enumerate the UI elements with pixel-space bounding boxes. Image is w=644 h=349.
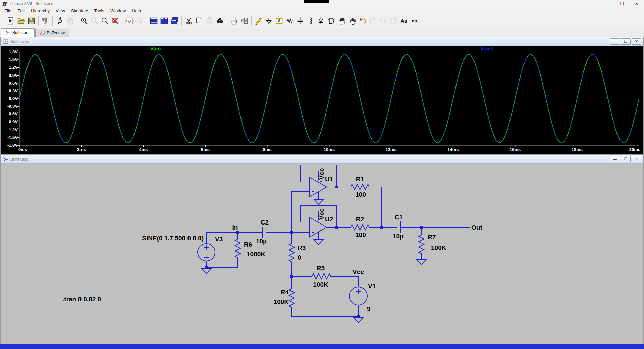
resistor-tool-icon[interactable] [284, 16, 295, 26]
schem-minimize-button[interactable]: — [610, 156, 620, 162]
c1-value-label[interactable]: 10µ [393, 233, 404, 240]
close-button[interactable]: ✕ [629, 0, 644, 7]
wave-plot-body[interactable]: 1.8V1.5V1.2V0.9V0.6V0.3V0.0V-0.3V-0.6V-0… [1, 46, 643, 154]
wave-restore-button[interactable]: ❐ [621, 38, 631, 45]
move-tool-icon[interactable] [336, 16, 347, 26]
v1-value-label[interactable]: 9 [367, 305, 371, 312]
capacitor-tool-icon[interactable] [295, 16, 305, 26]
u2-vcc-label[interactable]: Vcc [318, 208, 325, 220]
menu-item-tools[interactable]: Tools [91, 8, 107, 14]
tab-buffer-asc[interactable]: Buffer.asc [1, 28, 35, 37]
undo-icon[interactable] [357, 16, 368, 26]
c1-name-label[interactable]: C1 [395, 214, 403, 221]
r5-name-label[interactable]: R5 [317, 265, 325, 272]
new-schematic-icon[interactable] [5, 16, 16, 26]
component-tool-icon[interactable] [326, 16, 336, 26]
r3-value-label[interactable]: 0 [298, 254, 301, 261]
menu-item-view[interactable]: View [53, 8, 68, 14]
tab-buffer-raw[interactable]: Buffer.raw [35, 29, 69, 37]
tile-vertically-icon[interactable] [149, 16, 159, 26]
resistor-r1[interactable]: R1 100 [327, 176, 382, 227]
opamp-u1[interactable]: U1 Vcc [292, 165, 336, 204]
zoom-out-icon[interactable] [100, 16, 110, 26]
schem-close-button[interactable]: ✕ [632, 156, 641, 162]
inductor-tool-icon[interactable] [305, 16, 316, 26]
cut-icon[interactable] [183, 16, 194, 26]
v1-name-label[interactable]: V1 [368, 283, 376, 290]
run-icon[interactable] [54, 16, 65, 26]
resistor-r4[interactable]: R4 100K [274, 276, 294, 316]
rotate-icon[interactable] [388, 16, 399, 26]
control-panel-hammer-icon[interactable] [40, 16, 51, 26]
drag-tool-icon[interactable] [347, 16, 357, 26]
net-label-in[interactable]: In [232, 224, 238, 231]
c2-value-label[interactable]: 10µ [256, 238, 267, 245]
menu-item-file[interactable]: File [1, 8, 14, 14]
maximize-button[interactable]: ❐ [614, 0, 629, 7]
pan-icon[interactable] [135, 16, 145, 26]
find-icon[interactable] [215, 16, 225, 26]
diode-tool-icon[interactable] [316, 16, 326, 26]
legend-V(out)[interactable]: V(out) [480, 46, 494, 51]
print-preview-icon[interactable] [239, 16, 250, 26]
menu-item-window[interactable]: Window [107, 8, 129, 14]
r7-name-label[interactable]: R7 [428, 234, 436, 241]
copy-icon[interactable] [194, 16, 204, 26]
r6-name-label[interactable]: R6 [244, 241, 252, 248]
legend-V(in)[interactable]: V(in) [150, 46, 161, 51]
r2-value-label[interactable]: 100 [355, 231, 366, 238]
cascade-windows-icon[interactable] [169, 16, 180, 26]
halt-icon[interactable] [65, 16, 75, 26]
spice-directive-icon[interactable]: .op [409, 16, 420, 26]
wave-minimize-button[interactable]: — [610, 38, 620, 45]
voltage-source-v1[interactable]: V1 9 [292, 276, 376, 323]
sine-directive[interactable]: SINE(0 1.7 500 0 0 0) [142, 235, 204, 242]
schematic-window-titlebar[interactable]: Buffer.asc — ❐ ✕ [1, 155, 643, 164]
r4-name-label[interactable]: R4 [281, 289, 289, 296]
mirror-icon[interactable] [378, 16, 388, 26]
menu-item-hierarchy[interactable]: Hierarchy [28, 8, 53, 14]
wave-close-button[interactable]: ✕ [632, 38, 641, 45]
tile-horizontally-icon[interactable] [159, 16, 169, 26]
r1-value-label[interactable]: 100 [355, 191, 366, 198]
r3-name-label[interactable]: R3 [298, 244, 306, 251]
paste-icon[interactable] [204, 16, 215, 26]
save-icon[interactable] [26, 16, 37, 26]
net-label-out[interactable]: Out [471, 224, 482, 231]
opamp-u2[interactable]: U2 Vcc [292, 205, 336, 245]
toolbar-grip[interactable] [3, 16, 4, 26]
v3-name-label[interactable]: V3 [215, 236, 223, 243]
u1-name-label[interactable]: U1 [325, 176, 333, 183]
r2-name-label[interactable]: R2 [356, 216, 364, 223]
text-tool-icon[interactable]: Aa [399, 16, 409, 26]
menu-item-simulate[interactable]: Simulate [68, 8, 91, 14]
schematic-canvas[interactable]: U1 Vcc U2 Vcc [1, 164, 643, 349]
zoom-full-extents-icon[interactable] [110, 16, 120, 26]
r4-value-label[interactable]: 100K [274, 298, 289, 305]
u1-vcc-label[interactable]: Vcc [318, 168, 325, 180]
redo-icon[interactable] [368, 16, 378, 26]
menu-item-edit[interactable]: Edit [14, 8, 28, 14]
r5-value-label[interactable]: 100K [313, 281, 328, 288]
net-label-tool-icon[interactable]: A [274, 16, 284, 26]
resistor-r5[interactable]: R5 100K [292, 265, 358, 288]
print-icon[interactable] [229, 16, 239, 26]
waveform-window-titlebar[interactable]: Buffer.raw — ❐ ✕ [1, 37, 643, 46]
resistor-r7[interactable]: R7 100K [417, 227, 446, 265]
net-label-vcc[interactable]: Vcc [353, 268, 364, 276]
ground-tool-icon[interactable] [264, 16, 274, 26]
c2-name-label[interactable]: C2 [261, 219, 269, 226]
minimize-button[interactable]: — [600, 0, 614, 7]
autorange-y-icon[interactable] [124, 16, 135, 26]
tran-directive[interactable]: .tran 0 0.02 0 [62, 296, 101, 303]
r1-name-label[interactable]: R1 [356, 176, 364, 183]
menu-item-help[interactable]: Help [129, 8, 144, 14]
schem-restore-button[interactable]: ❐ [621, 156, 631, 162]
r6-value-label[interactable]: 1000K [247, 251, 265, 258]
u2-name-label[interactable]: U2 [325, 216, 333, 223]
r7-value-label[interactable]: 100K [431, 244, 446, 251]
open-file-icon[interactable] [16, 16, 26, 26]
zoom-in-icon[interactable] [79, 16, 89, 26]
zoom-back-icon[interactable] [89, 16, 100, 26]
draw-wire-pencil-icon[interactable] [253, 16, 264, 26]
